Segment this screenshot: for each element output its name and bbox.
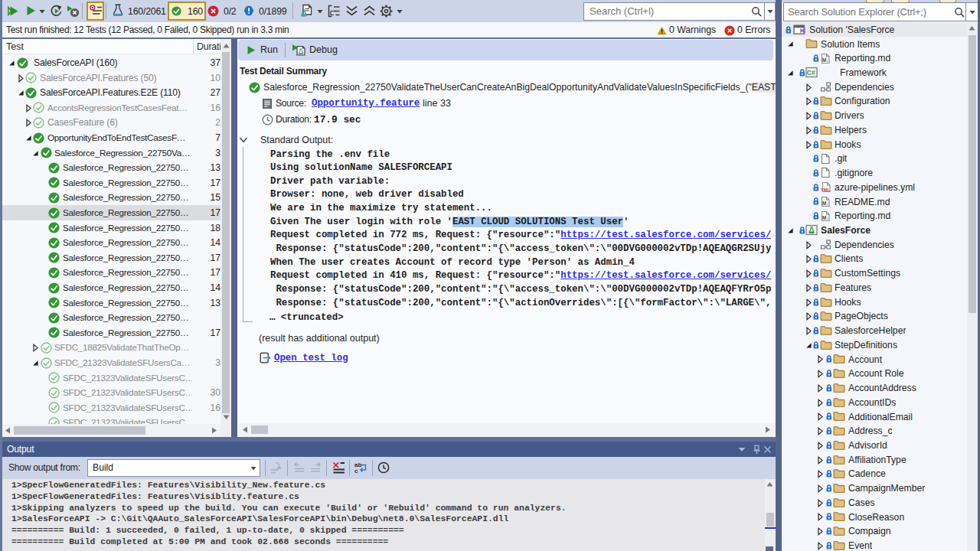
svg-text:YML: YML <box>821 187 830 192</box>
svg-text:M↓: M↓ <box>822 215 829 220</box>
svg-text:M↓: M↓ <box>822 57 829 63</box>
svg-text:C#: C# <box>807 69 815 77</box>
svg-text:M↓: M↓ <box>822 201 829 206</box>
svg-text:c: c <box>354 468 358 474</box>
